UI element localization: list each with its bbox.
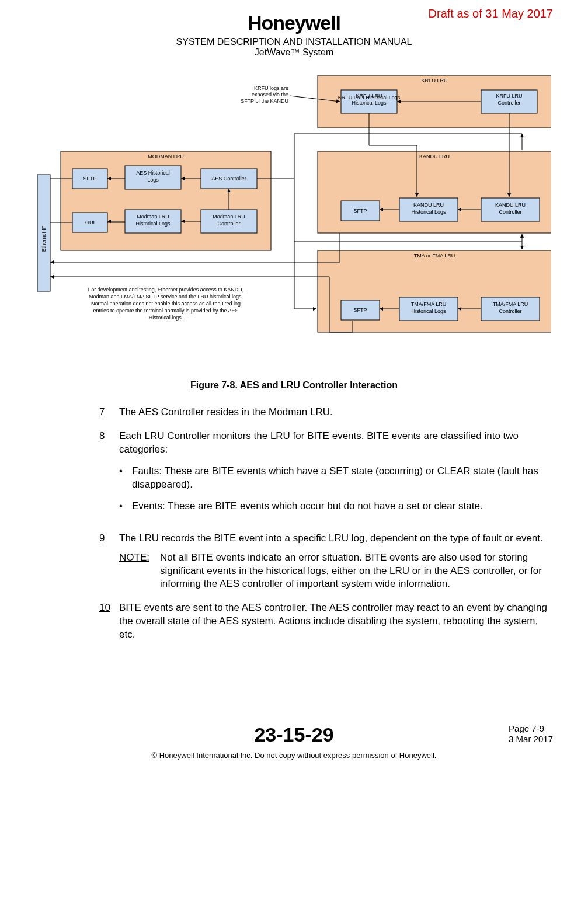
draft-stamp: Draft as of 31 May 2017 [429,7,553,20]
item-number: 7 [99,406,119,419]
svg-text:KANDU LRU: KANDU LRU [495,202,525,208]
svg-text:Historical Logs: Historical Logs [411,209,446,215]
svg-text:Historical Logs: Historical Logs [411,308,446,314]
svg-text:KANDU LRU: KANDU LRU [419,154,449,159]
svg-text:Modman LRU: Modman LRU [137,214,169,220]
system-title: JetWave™ System [35,47,553,58]
svg-text:Modman LRU: Modman LRU [213,214,245,220]
svg-text:Controller: Controller [499,209,521,215]
svg-text:Controller: Controller [497,100,520,106]
svg-text:Historical Logs: Historical Logs [352,100,387,106]
svg-text:TMA/FMA LRU: TMA/FMA LRU [410,301,446,307]
diagram: Ethernet IF KRFU LRU KRFU LRU Historical… [35,75,553,373]
svg-text:GUI: GUI [85,220,94,225]
body-text: 7 The AES Controller resides in the Modm… [99,406,553,642]
svg-text:KRFU LRU: KRFU LRU [421,78,447,83]
svg-text:Historical Logs: Historical Logs [135,221,171,227]
svg-text:entries to operate the termina: entries to operate the terminal normally… [93,308,238,314]
svg-text:Ethernet IF: Ethernet IF [41,225,47,252]
page-number: Page 7-9 [509,723,553,734]
svg-text:Historical logs.: Historical logs. [148,315,183,321]
bullet-text: Faults: These are BITE events which have… [132,465,553,492]
item-text: BITE events are sent to the AES controll… [119,601,553,642]
item-text: Each LRU Controller monitors the LRU for… [119,430,553,521]
svg-text:TMA or FMA LRU: TMA or FMA LRU [413,253,455,259]
copyright: © Honeywell International Inc. Do not co… [35,751,553,760]
svg-text:TMA/FMA LRU: TMA/FMA LRU [492,301,528,307]
item-text: The AES Controller resides in the Modman… [119,406,553,419]
svg-text:SFTP: SFTP [353,307,367,313]
svg-text:Modman and FMA/TMA SFTP servic: Modman and FMA/TMA SFTP service and the … [89,294,243,300]
doc-number: 23-15-29 [35,723,553,746]
svg-text:For development and testing, E: For development and testing, Ethernet pr… [88,287,243,293]
item-number: 8 [99,430,119,521]
svg-text:AES Controller: AES Controller [211,176,246,182]
page-date: 3 Mar 2017 [509,734,553,744]
svg-text:SFTP: SFTP [353,208,367,214]
doc-title: SYSTEM DESCRIPTION AND INSTALLATION MANU… [35,37,553,47]
svg-text:Logs: Logs [147,177,159,183]
note-text: Not all BITE events indicate an error si… [160,551,553,591]
bullet-text: Events: These are BITE events which occu… [132,500,483,513]
svg-text:exposed via the: exposed via the [251,92,288,98]
svg-text:KRFU LRU: KRFU LRU [496,93,522,99]
svg-text:AES Historical: AES Historical [136,170,170,176]
item-text: The LRU records the BITE event into a sp… [119,532,553,591]
svg-text:SFTP: SFTP [83,176,96,182]
svg-text:KRFU logs are: KRFU logs are [253,85,288,91]
svg-text:Controller: Controller [217,221,240,227]
svg-text:Normal operation does not enab: Normal operation does not enable this ac… [91,301,240,307]
figure-caption: Figure 7-8. AES and LRU Controller Inter… [35,380,553,391]
note-label: NOTE: [119,551,160,591]
svg-text:MODMAN LRU: MODMAN LRU [148,154,184,159]
item-number: 10 [99,601,119,642]
svg-text:Controller: Controller [499,308,521,314]
svg-text:KANDU LRU: KANDU LRU [413,202,443,208]
svg-text:KRFU LRU: KRFU LRU [356,93,382,99]
svg-text:SFTP of the KANDU: SFTP of the KANDU [241,98,288,104]
item-number: 9 [99,532,119,591]
